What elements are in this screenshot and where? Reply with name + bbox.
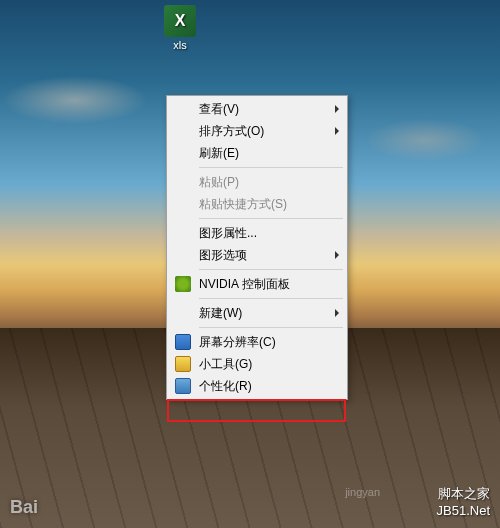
menu-label: 粘贴快捷方式(S) [199,196,287,213]
chevron-right-icon [335,251,339,259]
menu-separator [199,269,343,270]
menu-label: 粘贴(P) [199,174,239,191]
menu-personalize[interactable]: 个性化(R) [169,375,345,397]
menu-screen-resolution[interactable]: 屏幕分辨率(C) [169,331,345,353]
menu-label: 图形选项 [199,247,247,264]
chevron-right-icon [335,309,339,317]
menu-view[interactable]: 查看(V) [169,98,345,120]
chevron-right-icon [335,105,339,113]
menu-label: 新建(W) [199,305,242,322]
menu-label: 个性化(R) [199,378,252,395]
watermark-site: 脚本之家 JB51.Net [437,486,490,520]
desktop-context-menu: 查看(V) 排序方式(O) 刷新(E) 粘贴(P) 粘贴快捷方式(S) 图形属性… [166,95,348,400]
watermark-site-url: JB51.Net [437,503,490,520]
menu-graphics-props[interactable]: 图形属性... [169,222,345,244]
watermark-jingyan: jingyan [345,486,380,498]
watermark-site-name: 脚本之家 [437,486,490,503]
excel-icon [164,5,196,37]
menu-separator [199,167,343,168]
menu-separator [199,298,343,299]
menu-label: 图形属性... [199,225,257,242]
monitor-icon [175,334,191,350]
menu-refresh[interactable]: 刷新(E) [169,142,345,164]
menu-separator [199,327,343,328]
menu-paste-shortcut: 粘贴快捷方式(S) [169,193,345,215]
menu-gadgets[interactable]: 小工具(G) [169,353,345,375]
menu-label: NVIDIA 控制面板 [199,276,290,293]
menu-label: 查看(V) [199,101,239,118]
chevron-right-icon [335,127,339,135]
personalize-icon [175,378,191,394]
gadget-icon [175,356,191,372]
menu-separator [199,218,343,219]
nvidia-icon [175,276,191,292]
menu-label: 小工具(G) [199,356,252,373]
menu-graphics-options[interactable]: 图形选项 [169,244,345,266]
menu-nvidia[interactable]: NVIDIA 控制面板 [169,273,345,295]
watermark-baidu: Bai [10,497,38,518]
desktop-icon-label: xls [173,39,186,51]
menu-label: 排序方式(O) [199,123,264,140]
menu-label: 刷新(E) [199,145,239,162]
menu-sort[interactable]: 排序方式(O) [169,120,345,142]
menu-paste: 粘贴(P) [169,171,345,193]
desktop-icon-xls[interactable]: xls [150,5,210,51]
menu-new[interactable]: 新建(W) [169,302,345,324]
menu-label: 屏幕分辨率(C) [199,334,276,351]
